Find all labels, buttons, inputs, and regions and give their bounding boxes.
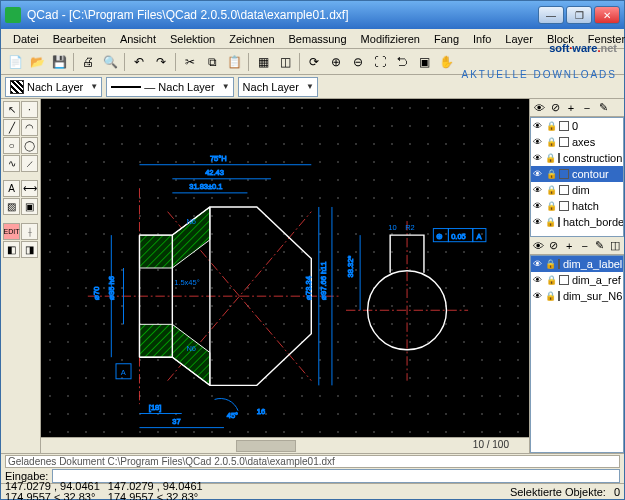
layer-list[interactable]: 👁🔒0👁🔒axes👁🔒construction👁🔒contour👁🔒dim👁🔒h…: [530, 117, 624, 237]
svg-text:45°: 45°: [227, 411, 238, 420]
zoom-redraw-icon[interactable]: ⟳: [304, 52, 324, 72]
layer-row[interactable]: 👁🔒hatch_border: [531, 214, 623, 230]
zoom-out-icon[interactable]: ⊖: [348, 52, 368, 72]
edit-layer-icon[interactable]: ✎: [596, 101, 610, 115]
lineweight-combo[interactable]: — Nach Layer: [106, 77, 233, 97]
minimize-button[interactable]: —: [538, 6, 564, 24]
arc-icon[interactable]: ◠: [21, 119, 38, 136]
zoom-window-icon[interactable]: ▣: [414, 52, 434, 72]
layer-row[interactable]: 👁🔒axes: [531, 134, 623, 150]
hatch-icon[interactable]: ▨: [3, 198, 20, 215]
text-icon[interactable]: A: [3, 180, 20, 197]
ellipse-icon[interactable]: ◯: [21, 137, 38, 154]
property-bar: Nach Layer — Nach Layer Nach Layer: [1, 75, 624, 99]
svg-text:1.5x45°: 1.5x45°: [174, 278, 200, 287]
eye-off-icon[interactable]: ⊘: [548, 101, 562, 115]
undo-icon[interactable]: ↶: [129, 52, 149, 72]
menu-fenster[interactable]: Fenster: [582, 31, 625, 47]
menu-selektion[interactable]: Selektion: [164, 31, 221, 47]
layer-row[interactable]: 👁🔒hatch: [531, 198, 623, 214]
remove-block-icon[interactable]: −: [578, 239, 591, 253]
add-block-icon[interactable]: +: [563, 239, 576, 253]
eye-icon[interactable]: 👁: [532, 239, 545, 253]
add-layer-icon[interactable]: +: [564, 101, 578, 115]
svg-text:⊕: ⊕: [436, 232, 443, 241]
polyline-icon[interactable]: ⟋: [21, 155, 38, 172]
menu-block[interactable]: Block: [541, 31, 580, 47]
menu-ansicht[interactable]: Ansicht: [114, 31, 162, 47]
edit-block-icon[interactable]: ✎: [593, 239, 606, 253]
new-icon[interactable]: 📄: [5, 52, 25, 72]
svg-text:⌀35 h6: ⌀35 h6: [107, 276, 116, 300]
layer-panel-header: 👁 ⊘ + − ✎: [530, 99, 624, 117]
menu-info[interactable]: Info: [467, 31, 497, 47]
image-icon[interactable]: ▣: [21, 198, 38, 215]
drawing-canvas[interactable]: 75°H 42.43 31.83±0.1 ⌀70 ⌀35 h6 1.5x45° …: [41, 99, 529, 437]
svg-text:38.32*: 38.32*: [346, 256, 355, 278]
line-icon[interactable]: ╱: [3, 119, 20, 136]
save-icon[interactable]: 💾: [49, 52, 69, 72]
print-preview-icon[interactable]: 🔍: [100, 52, 120, 72]
eye-off-icon[interactable]: ⊘: [547, 239, 560, 253]
color-combo[interactable]: Nach Layer: [5, 77, 102, 97]
svg-text:N6: N6: [186, 217, 196, 226]
svg-text:⌀73.34: ⌀73.34: [304, 276, 313, 300]
circle-icon[interactable]: ○: [3, 137, 20, 154]
draft-icon[interactable]: ◫: [275, 52, 295, 72]
maximize-button[interactable]: ❐: [566, 6, 592, 24]
menu-datei[interactable]: Datei: [7, 31, 45, 47]
remove-layer-icon[interactable]: −: [580, 101, 594, 115]
layer-row[interactable]: 👁🔒construction: [531, 150, 623, 166]
redo-icon[interactable]: ↷: [151, 52, 171, 72]
menu-layer[interactable]: Layer: [499, 31, 539, 47]
dimension-icon[interactable]: ⟷: [21, 180, 38, 197]
edit-tools-icon[interactable]: EDIT: [3, 223, 20, 240]
spline-icon[interactable]: ∿: [3, 155, 20, 172]
zoom-auto-icon[interactable]: ⛶: [370, 52, 390, 72]
svg-text:0.05: 0.05: [451, 232, 466, 241]
cut-icon[interactable]: ✂: [180, 52, 200, 72]
menu-modifizieren[interactable]: Modifizieren: [355, 31, 426, 47]
linetype-combo[interactable]: Nach Layer: [238, 77, 318, 97]
layer-row[interactable]: 👁🔒dim_sur_N6: [531, 288, 623, 304]
eye-icon[interactable]: 👁: [532, 101, 546, 115]
block-list[interactable]: 👁🔒dim_a_label👁🔒dim_a_ref👁🔒dim_sur_N6: [530, 255, 624, 453]
select-icon[interactable]: ◨: [21, 241, 38, 258]
coords-relative: 147.0279 , 94.0461174.9557 < 32.83°: [108, 481, 203, 501]
page-indicator: 10 / 100: [473, 439, 509, 450]
block-panel-header: 👁 ⊘ + − ✎ ◫: [530, 237, 624, 255]
copy-icon[interactable]: ⧉: [202, 52, 222, 72]
zoom-pan-icon[interactable]: ✋: [436, 52, 456, 72]
grid-icon[interactable]: ▦: [253, 52, 273, 72]
svg-text:10: 10: [388, 223, 396, 232]
layer-row[interactable]: 👁🔒dim_a_label: [531, 256, 623, 272]
layer-row[interactable]: 👁🔒contour: [531, 166, 623, 182]
pointer-icon[interactable]: ↖: [3, 101, 20, 118]
zoom-in-icon[interactable]: ⊕: [326, 52, 346, 72]
block-icon[interactable]: ◧: [3, 241, 20, 258]
layer-row[interactable]: 👁🔒0: [531, 118, 623, 134]
measure-icon[interactable]: ⟊: [21, 223, 38, 240]
layer-row[interactable]: 👁🔒dim_a_ref: [531, 272, 623, 288]
svg-text:R2: R2: [405, 223, 415, 232]
menu-zeichnen[interactable]: Zeichnen: [223, 31, 280, 47]
layer-row[interactable]: 👁🔒dim: [531, 182, 623, 198]
menu-bemassung[interactable]: Bemassung: [283, 31, 353, 47]
horizontal-scrollbar[interactable]: 10 / 100: [41, 437, 529, 453]
open-icon[interactable]: 📂: [27, 52, 47, 72]
menu-bearbeiten[interactable]: Bearbeiten: [47, 31, 112, 47]
menu-fang[interactable]: Fang: [428, 31, 465, 47]
window-title: QCad - [C:\Program Files\QCad 2.0.5.0\da…: [27, 8, 538, 22]
paste-icon[interactable]: 📋: [224, 52, 244, 72]
zoom-prev-icon[interactable]: ⮌: [392, 52, 412, 72]
point-icon[interactable]: ·: [21, 101, 38, 118]
print-icon[interactable]: 🖨: [78, 52, 98, 72]
selection-count: 0: [614, 486, 620, 498]
svg-text:75°H: 75°H: [210, 154, 227, 163]
tool-palette: ↖· ╱◠ ○◯ ∿⟋ A⟷ ▨▣ EDIT⟊ ◧◨: [1, 99, 41, 453]
close-button[interactable]: ✕: [594, 6, 620, 24]
svg-text:A: A: [477, 232, 482, 241]
coords-absolute: 147.0279 , 94.0461174.9557 < 32.83°: [5, 481, 100, 501]
insert-block-icon[interactable]: ◫: [609, 239, 622, 253]
svg-text:⌀97.66 h11: ⌀97.66 h11: [319, 262, 328, 300]
